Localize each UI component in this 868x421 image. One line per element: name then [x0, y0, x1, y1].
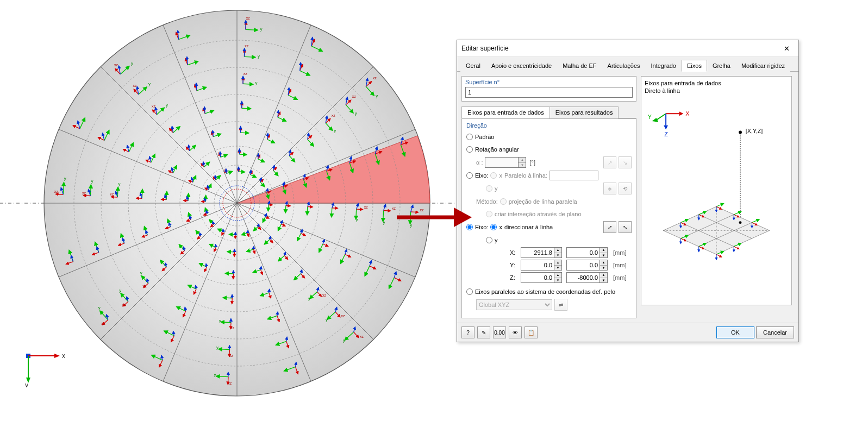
lbl-parallel-line: Paralelo à linha:	[504, 172, 547, 179]
tab-eixos[interactable]: Eixos	[682, 60, 707, 72]
radio-method-proj	[500, 198, 507, 205]
pick-point-1-icon[interactable]: ⤢	[603, 221, 616, 233]
tab-grelha[interactable]: Grelha	[707, 60, 736, 72]
parallel-line-input	[549, 171, 598, 180]
coord-y2-input[interactable]	[566, 260, 600, 271]
lbl-x1: x	[499, 172, 502, 179]
model-viewport[interactable]: yxzyxzyxzyxzyxzyxzyxzyxzyxzyxzyxzyxzyxzy…	[0, 0, 457, 421]
svg-text:y: y	[119, 288, 121, 293]
ok-button[interactable]: OK	[716, 326, 754, 338]
radio-standard[interactable]	[466, 134, 473, 140]
radio-axis-parallel-x	[490, 172, 497, 179]
svg-line-437	[752, 219, 759, 223]
svg-text:xz: xz	[332, 114, 336, 117]
note-icon[interactable]: ✎	[477, 326, 490, 338]
cancel-button[interactable]: Cancelar	[756, 326, 794, 338]
svg-text:xz: xz	[341, 314, 346, 318]
svg-text:xz: xz	[133, 84, 137, 87]
svg-text:y: y	[118, 181, 120, 186]
pick-point-2-icon[interactable]: ⤡	[619, 221, 632, 233]
tab-strip: Geral Apoio e excentricidade Malha de EF…	[457, 57, 798, 72]
coord-z2-input[interactable]	[566, 272, 600, 283]
svg-text:xz: xz	[392, 206, 396, 210]
radio-axis-direct-y[interactable]	[486, 237, 492, 243]
svg-text:y: y	[219, 318, 221, 323]
svg-line-318	[253, 247, 254, 249]
svg-text:xz: xz	[360, 335, 364, 338]
lbl-method: Método:	[476, 198, 498, 205]
svg-line-355	[268, 205, 268, 211]
coord-y1-input[interactable]	[521, 260, 554, 271]
svg-text:y: y	[376, 93, 378, 98]
tab-rigidez[interactable]: Modificar rigidez	[736, 60, 790, 72]
units-icon[interactable]: 0.00	[493, 326, 506, 338]
tab-geral[interactable]: Geral	[460, 60, 486, 72]
svg-line-195	[243, 84, 253, 84]
svg-line-259	[307, 206, 308, 215]
svg-line-343	[239, 154, 247, 155]
svg-line-431	[716, 203, 724, 206]
svg-line-223	[223, 298, 232, 298]
svg-line-390	[226, 169, 227, 174]
svg-text:xz: xz	[322, 293, 327, 297]
lbl-Z: Z:	[510, 274, 519, 281]
subtab-input-axes[interactable]: Eixos para entrada de dados	[461, 106, 550, 118]
svg-text:xz: xz	[122, 303, 126, 307]
svg-line-116	[83, 196, 90, 196]
tab-apoio[interactable]: Apoio e excentricidade	[486, 60, 557, 72]
svg-line-52	[55, 194, 63, 194]
tab-malha[interactable]: Malha de EF	[557, 60, 602, 72]
svg-line-163	[221, 322, 231, 323]
svg-line-295	[240, 133, 248, 133]
svg-text:Z: Z	[664, 131, 668, 137]
svg-text:xz: xz	[246, 16, 251, 20]
svg-line-211	[332, 208, 332, 217]
help-icon[interactable]: ?	[461, 326, 474, 338]
radio-angular[interactable]	[466, 146, 473, 153]
coord-x2-input[interactable]	[566, 247, 600, 258]
radio-axis-parallel[interactable]	[466, 172, 473, 179]
coord-x1-input[interactable]	[521, 247, 554, 258]
radio-parallel-ucs[interactable]	[466, 288, 473, 295]
alpha-input	[485, 157, 519, 168]
svg-text:y: y	[214, 372, 216, 377]
svg-line-236	[136, 198, 142, 199]
close-icon[interactable]: ✕	[779, 43, 794, 54]
lbl-method-inter: criar interseção através de plano	[495, 211, 582, 217]
svg-text:y: y	[383, 220, 385, 225]
unit-mm-1: [mm]	[613, 249, 630, 256]
svg-text:y: y	[356, 217, 358, 222]
tab-artic[interactable]: Articulações	[602, 60, 646, 72]
direction-fieldset: Direção Padrão Rotação angular α : ▲▼ [°…	[461, 118, 636, 318]
lbl-method-proj: projeção de linha paralela	[509, 198, 577, 205]
lbl-y1: y	[495, 185, 498, 192]
unit-mm-2: [mm]	[613, 262, 630, 268]
svg-text:xz: xz	[54, 190, 59, 193]
svg-text:y: y	[326, 317, 328, 322]
world-axis-marker: x y	[22, 349, 65, 388]
subtab-result-axes[interactable]: Eixos para resultados	[549, 106, 619, 118]
lbl-direct-line: direccionar à linha	[504, 224, 553, 230]
svg-text:y: y	[343, 338, 345, 343]
lbl-standard: Padrão	[475, 134, 494, 140]
tab-integrado[interactable]: Integrado	[646, 60, 682, 72]
view-icon[interactable]: 👁	[509, 326, 522, 338]
coord-z1-input[interactable]	[521, 272, 554, 283]
spin-down-icon[interactable]: ▼	[519, 163, 526, 168]
ucs-select: Global XYZ	[476, 299, 552, 310]
surface-no-input[interactable]	[465, 87, 633, 98]
pick-angle-1-icon: ↗	[603, 156, 616, 168]
lbl-x2: x	[499, 224, 502, 230]
alpha-unit: [°]	[529, 159, 535, 166]
radio-axis-direct-x[interactable]	[490, 224, 497, 230]
spin-up-icon[interactable]: ▲	[519, 158, 526, 163]
lbl-parallel-ucs: Eixos paralelos ao sistema de coordenada…	[475, 288, 615, 295]
preview-panel: Eixos para entrada de dados Direto à lin…	[641, 76, 792, 305]
svg-line-366	[247, 230, 248, 233]
svg-line-180	[111, 197, 117, 197]
svg-line-450	[734, 247, 739, 249]
svg-text:xz: xz	[142, 284, 147, 288]
copy-icon[interactable]: 📋	[524, 326, 538, 338]
titlebar[interactable]: Editar superfície ✕	[457, 40, 798, 57]
lbl-alpha: α :	[476, 159, 483, 166]
